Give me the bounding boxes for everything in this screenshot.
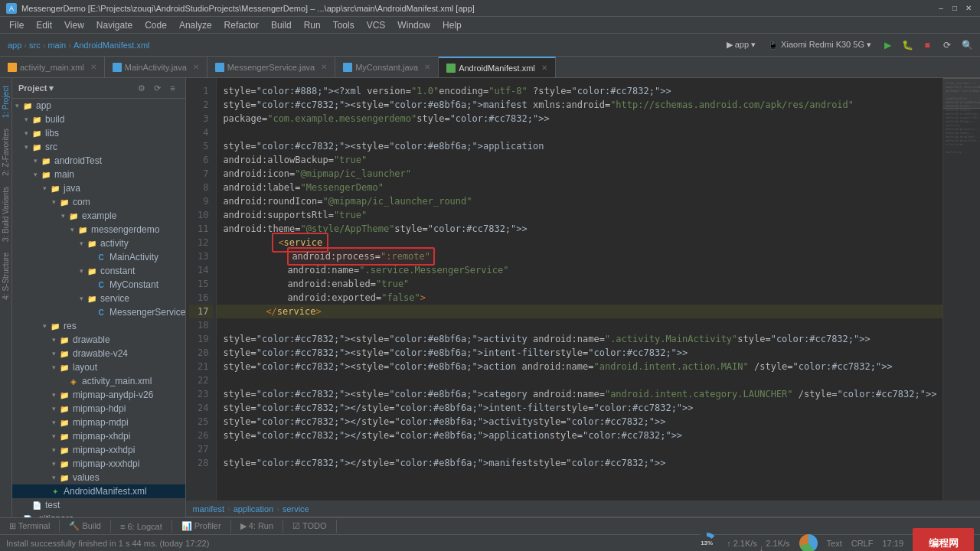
tab-myconstant[interactable]: MyConstant.java ✕ <box>335 57 439 77</box>
project-gear-button[interactable]: ⚙ <box>135 81 149 95</box>
line-num-12: 12 <box>189 236 213 249</box>
code-line-28: style="color:#cc7832;"></style="color:#e… <box>217 456 942 470</box>
editor-content[interactable]: 1234567891011121314151617181920212223242… <box>186 78 980 500</box>
text-label[interactable]: Text <box>827 539 842 548</box>
tree-item-java[interactable]: ▾📁java <box>12 181 185 195</box>
tree-item-mipmap-anydpi-v26[interactable]: ▾📁mipmap-anydpi-v26 <box>12 388 185 402</box>
sync-button[interactable]: ⟳ <box>939 37 956 54</box>
line-num-22: 22 <box>189 373 213 387</box>
menu-refactor[interactable]: Refactor <box>218 18 265 32</box>
path-application[interactable]: application <box>234 504 274 514</box>
tree-item-AndroidManifest-xml[interactable]: ✦AndroidManifest.xml <box>12 484 185 498</box>
run-button[interactable]: ▶ <box>879 37 896 54</box>
tree-item-app[interactable]: ▾📁app <box>12 99 185 112</box>
menu-navigate[interactable]: Navigate <box>90 18 139 32</box>
sidebar-tab-project[interactable]: 1: Project <box>0 81 11 122</box>
sidebar-tab-favorites[interactable]: 2: Z-Favorites <box>0 124 11 181</box>
menu-build[interactable]: Build <box>265 18 298 32</box>
breadcrumb-src[interactable]: src <box>29 41 41 50</box>
menu-window[interactable]: Window <box>391 18 436 32</box>
tree-icon-folder: 📁 <box>86 237 98 249</box>
tab-activity-main[interactable]: activity_main.xml ✕ <box>0 57 105 77</box>
tree-item-mipmap-mdpi[interactable]: ▾📁mipmap-mdpi <box>12 416 185 429</box>
minimize-button[interactable]: – <box>936 3 946 14</box>
breadcrumb-file[interactable]: AndroidManifest.xml <box>74 41 150 50</box>
bottom-tab-todo[interactable]: ☑ TODO <box>283 520 336 533</box>
tree-item-layout[interactable]: ▾📁layout <box>12 360 185 374</box>
tree-item-constant[interactable]: ▾📁constant <box>12 264 185 278</box>
tab-close-mainactivity[interactable]: ✕ <box>193 63 199 71</box>
stop-button[interactable]: ■ <box>919 37 936 54</box>
code-line-6: android:allowBackup="true" <box>217 153 942 167</box>
tree-item-mipmap-xhdpi[interactable]: ▾📁mipmap-xhdpi <box>12 429 185 443</box>
tree-item-res[interactable]: ▾📁res <box>12 319 185 333</box>
tree-item-messengerdemo[interactable]: ▾📁messengerdemo <box>12 223 185 236</box>
maximize-button[interactable]: □ <box>949 3 960 14</box>
tree-icon-folder: 📁 <box>58 458 70 470</box>
breadcrumb-app[interactable]: app <box>8 41 21 50</box>
tree-label: MessengerService <box>109 307 185 318</box>
tree-item--gitignore[interactable]: 📄.gitignore <box>12 512 185 517</box>
project-header-actions: ⚙ ⟳ ≡ <box>135 81 179 95</box>
tab-mainactivity[interactable]: MainActivity.java ✕ <box>105 57 207 77</box>
debug-button[interactable]: 🐛 <box>899 37 916 54</box>
menu-vcs[interactable]: VCS <box>361 18 392 32</box>
code-line-13: android:process=":remote" <box>217 249 942 263</box>
tree-item-example[interactable]: ▾📁example <box>12 209 185 223</box>
tree-item-activity-main-xml[interactable]: ◈activity_main.xml <box>12 374 185 388</box>
tree-item-com[interactable]: ▾📁com <box>12 195 185 209</box>
sidebar-tab-buildvariants[interactable]: 3: Build Variants <box>0 182 11 246</box>
tree-item-main[interactable]: ▾📁main <box>12 168 185 181</box>
tab-close-messengerservice[interactable]: ✕ <box>321 63 327 71</box>
tree-item-build[interactable]: ▾📁build <box>12 112 185 126</box>
tab-close-activity-main[interactable]: ✕ <box>90 63 96 71</box>
close-button[interactable]: ✕ <box>963 3 974 14</box>
tree-item-src[interactable]: ▾📁src <box>12 140 185 154</box>
app-icon: A <box>6 3 17 14</box>
tree-item-MyConstant[interactable]: CMyConstant <box>12 278 185 292</box>
menu-file[interactable]: File <box>3 18 30 32</box>
tree-item-mipmap-xxhdpi[interactable]: ▾📁mipmap-xxhdpi <box>12 443 185 457</box>
tree-item-MessengerService[interactable]: CMessengerService <box>12 305 185 319</box>
tab-androidmanifest[interactable]: AndroidManifest.xml ✕ <box>439 57 556 77</box>
tree-item-service[interactable]: ▾📁service <box>12 292 185 305</box>
device-selector[interactable]: 📱 Xiaomi Redmi K30 5G ▾ <box>763 37 876 54</box>
menu-code[interactable]: Code <box>139 18 173 32</box>
tab-messengerservice[interactable]: MessengerService.java ✕ <box>207 57 335 77</box>
tree-item-mipmap-hdpi[interactable]: ▾📁mipmap-hdpi <box>12 402 185 416</box>
menu-help[interactable]: Help <box>436 18 468 32</box>
bottom-tab-run[interactable]: ▶ 4: Run <box>231 520 283 533</box>
tree-item-activity[interactable]: ▾📁activity <box>12 236 185 250</box>
tree-item-values[interactable]: ▾📁values <box>12 471 185 484</box>
bottom-tab-logcat[interactable]: ≡ 6: Logcat <box>111 520 172 533</box>
tree-item-androidTest[interactable]: ▾📁androidTest <box>12 154 185 168</box>
path-manifest[interactable]: manifest <box>192 504 224 514</box>
breadcrumb-main[interactable]: main <box>47 41 66 50</box>
tab-close-manifest[interactable]: ✕ <box>541 64 547 72</box>
bottom-tab-terminal[interactable]: ⊞ Terminal <box>0 520 60 533</box>
bottom-tab-build[interactable]: 🔨 Build <box>60 520 111 533</box>
tree-item-drawable[interactable]: ▾📁drawable <box>12 333 185 347</box>
tree-item-mipmap-xxxhdpi[interactable]: ▾📁mipmap-xxxhdpi <box>12 457 185 471</box>
tree-label: mipmap-hdpi <box>73 403 126 414</box>
tab-close-myconstant[interactable]: ✕ <box>424 63 430 71</box>
encoding-label[interactable]: CRLF <box>851 539 874 548</box>
tree-item-MainActivity[interactable]: CMainActivity <box>12 250 185 264</box>
menu-view[interactable]: View <box>58 18 90 32</box>
menu-run[interactable]: Run <box>298 18 327 32</box>
tree-item-drawable-v24[interactable]: ▾📁drawable-v24 <box>12 347 185 360</box>
search-button[interactable]: 🔍 <box>959 37 975 54</box>
tree-item-libs[interactable]: ▾📁libs <box>12 126 185 140</box>
menu-analyze[interactable]: Analyze <box>173 18 218 32</box>
path-service[interactable]: service <box>283 504 309 514</box>
run-config-selector[interactable]: ▶ app ▾ <box>722 37 760 54</box>
code-area[interactable]: style="color:#888;"><?xml version="1.0" … <box>217 78 942 500</box>
sidebar-tab-structure[interactable]: 4: S-Structure <box>0 248 11 305</box>
menu-edit[interactable]: Edit <box>30 18 58 32</box>
project-settings-button[interactable]: ≡ <box>165 81 179 95</box>
status-pie[interactable] <box>799 534 818 552</box>
project-sync-button[interactable]: ⟳ <box>150 81 164 95</box>
tree-item-test[interactable]: 📄test <box>12 498 185 512</box>
menu-tools[interactable]: Tools <box>327 18 361 32</box>
bottom-tab-profiler[interactable]: 📊 Profiler <box>172 520 231 533</box>
